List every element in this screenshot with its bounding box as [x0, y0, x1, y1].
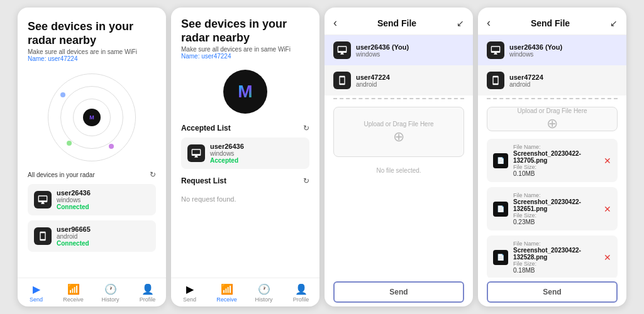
history-nav-icon-2: 🕐: [258, 283, 270, 295]
file-info-1: File Name: Screenshot_20230422-132705.pn…: [513, 144, 599, 177]
file-size-label-1: File Size:: [513, 164, 599, 170]
nav-history-2[interactable]: 🕐 History: [245, 283, 282, 303]
nav-history-1[interactable]: 🕐 History: [92, 283, 129, 303]
device-name-2: user96665: [57, 225, 91, 233]
screen1-header: See devices in your radar nearby Make su…: [18, 8, 166, 67]
file-info-2: File Name: Screenshot_20230422-132651.pn…: [513, 192, 599, 225]
screen2-subtitle: Make sure all devices are in same WiFi: [181, 46, 309, 53]
screen2-link[interactable]: Name: user47224: [181, 53, 309, 60]
send-nav-label-2: Send: [183, 296, 196, 303]
screen4-expand-icon[interactable]: ↙: [610, 18, 618, 28]
file-remove-3[interactable]: ✕: [604, 252, 611, 263]
accepted-device-status: Accepted: [210, 157, 244, 164]
nav-profile-1[interactable]: 👤 Profile: [129, 283, 166, 303]
device-name-1: user26436: [57, 189, 91, 197]
file-size-label-3: File Size:: [513, 261, 599, 267]
logo-circle: M: [223, 70, 267, 114]
screen3-send-file: ‹ Send File ↙ user26436 (You) windows us…: [325, 8, 473, 306]
screen4-receiver-row[interactable]: user47224 android: [478, 65, 626, 95]
send-nav-label: Send: [30, 296, 43, 303]
screen3-sender-info: user26436 (You) windows: [356, 43, 409, 58]
radar-circles: M: [48, 73, 136, 161]
nav-receive-1[interactable]: 📶 Receive: [55, 283, 92, 303]
all-devices-row: All devices in your radar ↻: [18, 168, 166, 181]
screen4-receiver-info: user47224 android: [509, 73, 543, 88]
device-status-1: Connected: [57, 203, 91, 210]
history-nav-icon: 🕐: [104, 283, 117, 295]
screen4-header: ‹ Send File ↙: [478, 8, 626, 35]
screen3-receiver-name: user47224: [356, 73, 390, 81]
screen2-title: See devices in your radar nearby: [181, 18, 309, 45]
profile-nav-icon-2: 👤: [295, 283, 308, 295]
device-info-2: user96665 android Connected: [57, 225, 91, 247]
screen4-back-button[interactable]: ‹: [487, 16, 491, 30]
history-nav-label-2: History: [255, 296, 272, 303]
receive-nav-icon: 📶: [67, 283, 80, 295]
accepted-device-os: windows: [210, 150, 244, 157]
file-icon-3: 📄: [493, 250, 508, 265]
file-remove-2[interactable]: ✕: [604, 204, 611, 214]
profile-nav-label-2: Profile: [293, 296, 309, 303]
device-item-1: user26436 windows Connected: [28, 184, 156, 215]
screen1-title: See devices in your radar nearby: [28, 20, 156, 47]
screen4-sender-icon: [487, 41, 504, 59]
screen3-send-button[interactable]: Send: [333, 281, 464, 303]
receive-nav-label: Receive: [63, 296, 84, 303]
screen3-receiver-os: android: [356, 81, 390, 88]
screen1-subtitle: Make sure all devices are in same WiFi: [28, 48, 156, 55]
screen4-content: user26436 (You) windows user47224 androi…: [478, 35, 626, 278]
screen4-receiver-icon: [487, 72, 504, 89]
file-item-1: 📄 File Name: Screenshot_20230422-132705.…: [487, 139, 618, 182]
device-os-1: windows: [57, 197, 91, 203]
screen2-receive: See devices in your radar nearby Make su…: [171, 8, 319, 306]
screen4-sender-row[interactable]: user26436 (You) windows: [478, 35, 626, 65]
screen1-link[interactable]: Name: user47224: [28, 55, 156, 62]
screen3-sender-icon: [333, 41, 351, 59]
accepted-refresh-icon[interactable]: ↻: [303, 124, 309, 133]
accepted-device-name: user26436: [210, 143, 244, 150]
profile-nav-label: Profile: [140, 296, 156, 303]
file-name-2: Screenshot_20230422-132651.png: [513, 198, 599, 212]
screen4-upload-area[interactable]: Upload or Drag File Here ⊕: [487, 107, 618, 131]
screen3-back-button[interactable]: ‹: [333, 16, 337, 30]
bottom-nav-2: ▶ Send 📶 Receive 🕐 History 👤 Profile: [171, 278, 319, 306]
screen4-sender-os: windows: [509, 51, 562, 58]
logo-m: M: [238, 82, 252, 102]
screen4-upload-text: Upload or Drag File Here: [517, 107, 587, 114]
nav-receive-2[interactable]: 📶 Receive: [208, 283, 245, 303]
logo-area: M: [171, 65, 319, 119]
device-item-2: user96665 android Connected: [28, 220, 156, 252]
screen3-expand-icon[interactable]: ↙: [457, 18, 464, 28]
refresh-icon[interactable]: ↻: [150, 170, 156, 179]
screen4-upload-plus-icon[interactable]: ⊕: [547, 117, 558, 131]
accepted-device-icon: [187, 144, 205, 162]
nav-profile-2[interactable]: 👤 Profile: [282, 283, 319, 303]
screen4-receiver-name: user47224: [509, 73, 543, 81]
screen3-upload-area[interactable]: Upload or Drag File Here ⊕: [333, 107, 464, 157]
file-icon-2: 📄: [493, 202, 508, 217]
screen4-send-button[interactable]: Send: [487, 281, 618, 303]
screen3-no-file: No file selected.: [325, 162, 473, 179]
screen3-receiver-row[interactable]: user47224 android: [325, 65, 473, 95]
screen3-title: Send File: [377, 18, 416, 28]
device-list: user26436 windows Connected user96665 an…: [18, 181, 166, 278]
send-nav-icon-2: ▶: [186, 283, 194, 295]
screen3-content: user26436 (You) windows user47224 androi…: [325, 35, 473, 278]
screen3-sender-row[interactable]: user26436 (You) windows: [325, 35, 473, 65]
screen1-radar: See devices in your radar nearby Make su…: [18, 8, 166, 306]
screen3-sender-name: user26436 (You): [356, 43, 409, 51]
profile-nav-icon: 👤: [142, 283, 154, 295]
screen3-divider: [333, 98, 464, 99]
file-remove-1[interactable]: ✕: [604, 156, 611, 166]
screen4-send-file-files: ‹ Send File ↙ user26436 (You) windows us…: [478, 8, 626, 306]
device-info-1: user26436 windows Connected: [57, 189, 91, 210]
file-label-1: File Name:: [513, 144, 599, 150]
nav-send-2[interactable]: ▶ Send: [171, 283, 208, 303]
request-refresh-icon[interactable]: ↻: [303, 176, 309, 185]
screen3-upload-plus-icon[interactable]: ⊕: [393, 130, 404, 144]
nav-send-1[interactable]: ▶ Send: [18, 283, 55, 303]
device-icon-monitor: [34, 191, 52, 208]
file-item-2: 📄 File Name: Screenshot_20230422-132651.…: [487, 187, 618, 230]
accepted-device-info: user26436 windows Accepted: [210, 143, 244, 164]
receive-nav-icon-2: 📶: [221, 283, 233, 295]
